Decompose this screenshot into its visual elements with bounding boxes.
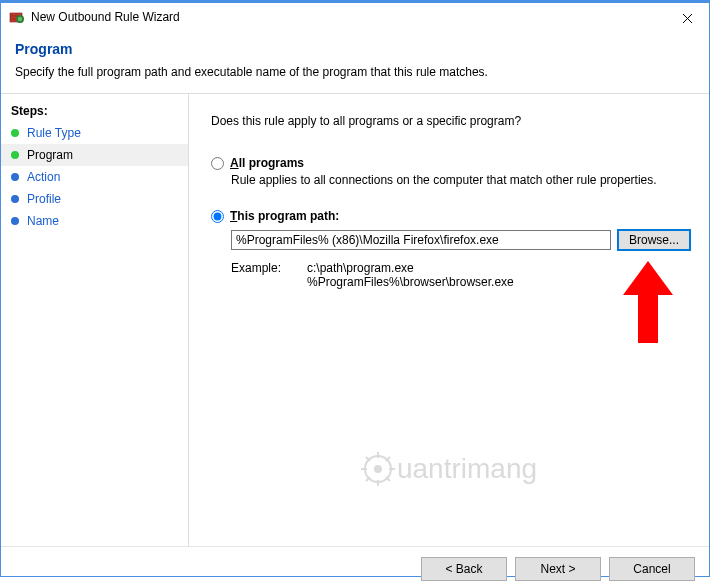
option-all-programs: All programs Rule applies to all connect… xyxy=(211,156,691,187)
wizard-content: Does this rule apply to all programs or … xyxy=(189,94,709,546)
step-profile[interactable]: Profile xyxy=(1,188,188,210)
step-label[interactable]: Rule Type xyxy=(27,126,81,140)
svg-line-17 xyxy=(366,477,370,481)
next-button[interactable]: Next > xyxy=(515,557,601,581)
page-heading: Program xyxy=(15,41,695,57)
svg-point-8 xyxy=(365,456,391,482)
bullet-icon xyxy=(11,173,19,181)
bullet-icon xyxy=(11,151,19,159)
close-button[interactable] xyxy=(665,3,709,33)
step-name[interactable]: Name xyxy=(1,210,188,232)
page-description: Specify the full program path and execut… xyxy=(15,65,695,79)
example-label: Example: xyxy=(231,261,307,289)
step-rule-type[interactable]: Rule Type xyxy=(1,122,188,144)
titlebar: New Outbound Rule Wizard xyxy=(1,1,709,31)
radio-all-programs[interactable] xyxy=(211,157,224,170)
steps-sidebar: Steps: Rule Type Program Action Profile … xyxy=(1,94,189,546)
svg-line-14 xyxy=(366,457,370,461)
option-program-path: This program path: Browse... Example: c:… xyxy=(211,209,691,289)
bullet-icon xyxy=(11,129,19,137)
step-program[interactable]: Program xyxy=(1,144,188,166)
radio-program-path[interactable] xyxy=(211,210,224,223)
svg-line-16 xyxy=(386,457,390,461)
firewall-icon xyxy=(9,9,25,25)
svg-point-5 xyxy=(18,17,22,21)
example-lines: c:\path\program.exe %ProgramFiles%\brows… xyxy=(307,261,514,289)
wizard-window: New Outbound Rule Wizard Program Specify… xyxy=(0,0,710,577)
example-block: Example: c:\path\program.exe %ProgramFil… xyxy=(231,261,691,289)
cancel-button[interactable]: Cancel xyxy=(609,557,695,581)
bullet-icon xyxy=(11,195,19,203)
svg-point-9 xyxy=(374,465,382,473)
wizard-footer: < Back Next > Cancel xyxy=(1,546,709,581)
svg-line-15 xyxy=(386,477,390,481)
step-label: Program xyxy=(27,148,73,162)
back-button[interactable]: < Back xyxy=(421,557,507,581)
step-label: Profile xyxy=(27,192,61,206)
bullet-icon xyxy=(11,217,19,225)
step-label: Name xyxy=(27,214,59,228)
steps-title: Steps: xyxy=(1,102,188,122)
browse-button[interactable]: Browse... xyxy=(617,229,691,251)
label-all-programs[interactable]: All programs xyxy=(230,156,304,170)
label-program-path[interactable]: This program path: xyxy=(230,209,339,223)
step-label: Action xyxy=(27,170,60,184)
desc-all-programs: Rule applies to all connections on the c… xyxy=(231,173,691,187)
program-path-input[interactable] xyxy=(231,230,611,250)
watermark: uantrimang xyxy=(361,452,537,486)
step-action[interactable]: Action xyxy=(1,166,188,188)
rule-scope-question: Does this rule apply to all programs or … xyxy=(211,114,691,128)
wizard-header: Program Specify the full program path an… xyxy=(1,31,709,94)
window-title: New Outbound Rule Wizard xyxy=(31,10,180,24)
